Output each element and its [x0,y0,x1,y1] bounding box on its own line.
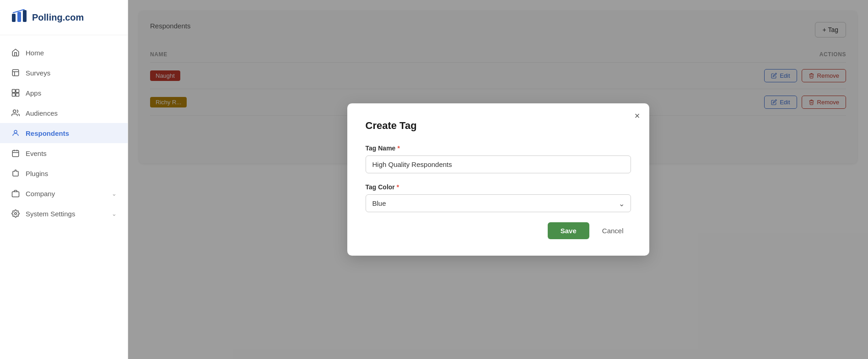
sidebar-item-surveys[interactable]: Surveys [0,63,128,83]
tag-color-select[interactable]: Blue Red Green Yellow Purple Orange [366,194,631,212]
modal-actions: Save Cancel [366,222,631,239]
modal-title: Create Tag [366,120,631,132]
svg-rect-16 [12,192,19,197]
settings-icon [11,209,20,218]
tag-name-label: Tag Name * [366,145,631,152]
create-tag-modal: × Create Tag Tag Name * Tag Color * Blue… [347,103,649,256]
svg-rect-1 [17,12,21,22]
sidebar: Polling.com Home Surveys Apps [0,0,128,359]
svg-rect-9 [16,93,19,96]
home-icon [11,48,20,57]
sidebar-item-respondents[interactable]: Respondents [0,123,128,143]
sidebar-item-system-settings[interactable]: System Settings ⌄ [0,204,128,224]
svg-rect-0 [12,14,16,22]
required-asterisk-name: * [397,145,399,152]
modal-overlay: × Create Tag Tag Name * Tag Color * Blue… [128,0,868,359]
plugins-icon [11,169,20,178]
company-icon [11,189,20,198]
svg-rect-6 [12,90,16,93]
sidebar-item-audiences[interactable]: Audiences [0,103,128,123]
svg-point-11 [14,130,17,133]
modal-close-button[interactable]: × [635,111,640,121]
tag-name-group: Tag Name * [366,145,631,173]
svg-point-17 [15,213,17,215]
svg-rect-12 [12,150,19,157]
sidebar-item-respondents-label: Respondents [26,129,69,137]
surveys-icon [11,68,20,77]
sidebar-item-events[interactable]: Events [0,143,128,163]
sidebar-item-system-settings-label: System Settings [26,210,75,218]
svg-rect-7 [16,90,19,93]
sidebar-item-audiences-label: Audiences [26,109,58,117]
sidebar-item-home-label: Home [26,49,44,57]
sidebar-item-events-label: Events [26,150,47,157]
cancel-button[interactable]: Cancel [595,222,631,239]
audiences-icon [11,108,20,118]
svg-rect-8 [12,93,16,96]
sidebar-item-surveys-label: Surveys [26,69,50,77]
settings-chevron-icon: ⌄ [112,210,117,217]
sidebar-item-company-label: Company [26,190,55,198]
svg-rect-3 [12,70,19,76]
sidebar-item-home[interactable]: Home [0,43,128,63]
respondents-icon [11,129,20,138]
brand-name: Polling.com [32,12,84,23]
sidebar-item-apps[interactable]: Apps [0,83,128,103]
sidebar-item-company[interactable]: Company ⌄ [0,183,128,204]
tag-color-select-wrapper: Blue Red Green Yellow Purple Orange ⌄ [366,194,631,212]
svg-rect-2 [23,10,27,22]
save-button[interactable]: Save [548,222,589,239]
svg-point-10 [13,110,16,113]
sidebar-item-plugins-label: Plugins [26,170,48,177]
main-content: Respondents + Tag NAME ACTIONS Naught Ed… [128,0,868,359]
sidebar-item-apps-label: Apps [26,89,41,97]
tag-color-group: Tag Color * Blue Red Green Yellow Purple… [366,183,631,212]
tag-color-label: Tag Color * [366,183,631,191]
logo-container: Polling.com [0,0,128,35]
required-asterisk-color: * [397,183,399,191]
logo-icon [11,9,27,26]
apps-icon [11,88,20,97]
events-icon [11,149,20,158]
company-chevron-icon: ⌄ [112,190,117,197]
tag-name-input[interactable] [366,155,631,173]
sidebar-item-plugins[interactable]: Plugins [0,163,128,183]
sidebar-nav: Home Surveys Apps Audiences [0,35,128,359]
